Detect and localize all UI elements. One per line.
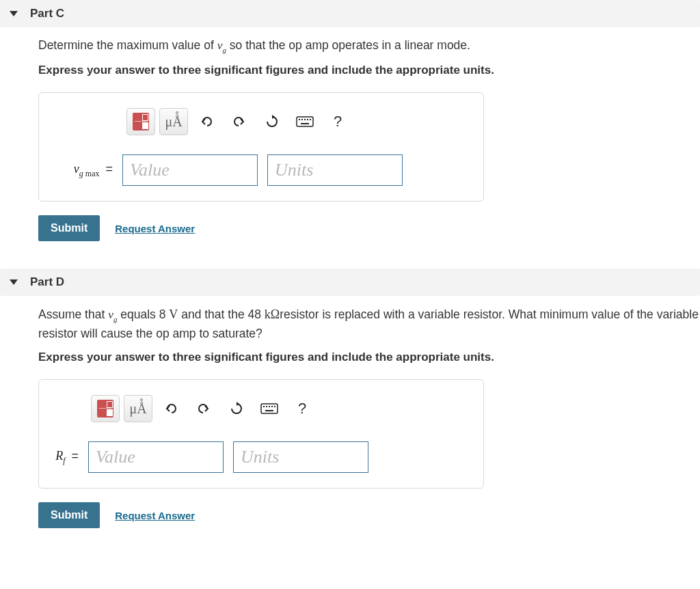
svg-rect-8	[263, 406, 265, 407]
redo-button[interactable]	[225, 108, 254, 135]
units-input[interactable]: Units	[267, 154, 403, 186]
keyboard-button[interactable]	[291, 108, 319, 135]
part-c-answer-box: μÅ ? vg max =	[38, 92, 484, 202]
svg-rect-5	[310, 119, 311, 120]
part-d-instruction: Express your answer to three significant…	[38, 351, 700, 364]
reset-button[interactable]	[258, 108, 286, 135]
units-placeholder: Units	[241, 447, 279, 467]
part-c-title: Part C	[30, 7, 64, 20]
help-button[interactable]: ?	[323, 108, 352, 135]
units-format-button[interactable]: μÅ	[124, 395, 152, 422]
part-c-actions: Submit Request Answer	[38, 215, 700, 241]
svg-rect-3	[304, 119, 306, 120]
unit-kohm: kΩ	[265, 307, 280, 321]
undo-icon	[200, 115, 213, 128]
reset-icon	[265, 115, 279, 128]
caret-down-icon	[10, 11, 18, 16]
submit-button[interactable]: Submit	[38, 215, 100, 241]
part-d-question: Assume that vg equals 8 V and that the 4…	[38, 305, 700, 342]
units-icon: μÅ	[163, 113, 185, 131]
part-d-body: Assume that vg equals 8 V and that the 4…	[0, 305, 700, 528]
reset-icon	[230, 402, 243, 415]
variable-label: Rf =	[51, 449, 79, 466]
part-d-actions: Submit Request Answer	[38, 502, 700, 528]
value-input[interactable]: Value	[122, 154, 258, 186]
text: Assume that	[38, 307, 108, 321]
units-format-button[interactable]: μÅ	[159, 108, 188, 135]
reset-button[interactable]	[222, 395, 251, 422]
help-button[interactable]: ?	[288, 395, 317, 422]
request-answer-link[interactable]: Request Answer	[115, 510, 195, 521]
part-c-header[interactable]: Part C	[0, 0, 700, 27]
svg-rect-2	[301, 119, 303, 120]
answer-row: vg max = Value Units	[51, 154, 471, 186]
svg-rect-10	[269, 406, 270, 407]
text: Determine the maximum value of	[38, 38, 217, 52]
fraction-icon	[97, 400, 113, 417]
toolbar: μÅ ?	[126, 108, 471, 135]
keyboard-icon	[296, 116, 314, 127]
part-d-header[interactable]: Part D	[0, 269, 700, 296]
caret-down-icon	[10, 279, 18, 285]
svg-rect-12	[274, 406, 275, 407]
value-placeholder: Value	[96, 447, 135, 467]
variable-label: vg max =	[51, 162, 113, 179]
fraction-template-button[interactable]	[91, 395, 120, 422]
fraction-template-button[interactable]	[126, 108, 155, 135]
part-c-question: Determine the maximum value of vg so tha…	[38, 37, 700, 55]
submit-button[interactable]: Submit	[38, 502, 100, 528]
units-icon: μÅ	[127, 400, 149, 417]
svg-rect-7	[261, 404, 278, 413]
units-input[interactable]: Units	[233, 441, 368, 473]
request-answer-link[interactable]: Request Answer	[115, 223, 195, 234]
svg-rect-0	[297, 117, 313, 126]
keyboard-icon	[260, 403, 278, 414]
redo-icon	[197, 402, 211, 415]
text: equals 8	[117, 307, 169, 321]
svg-rect-11	[271, 406, 273, 407]
unit-volt: V	[169, 307, 178, 321]
toolbar: μÅ ?	[91, 395, 471, 422]
fraction-icon	[133, 113, 149, 131]
part-d-answer-box: μÅ ? Rf =	[38, 379, 484, 489]
keyboard-button[interactable]	[255, 395, 284, 422]
svg-rect-1	[299, 119, 300, 120]
variable-v: v	[108, 307, 113, 321]
text: and that the 48	[178, 307, 265, 321]
undo-icon	[164, 402, 178, 415]
text: so that the op amp operates in a linear …	[226, 38, 470, 52]
undo-button[interactable]	[157, 395, 185, 422]
undo-button[interactable]	[192, 108, 221, 135]
redo-button[interactable]	[189, 395, 218, 422]
value-placeholder: Value	[130, 160, 170, 180]
svg-rect-9	[266, 406, 267, 407]
answer-row: Rf = Value Units	[51, 441, 471, 473]
units-placeholder: Units	[275, 160, 313, 180]
value-input[interactable]: Value	[88, 441, 224, 473]
redo-icon	[232, 115, 246, 128]
svg-rect-13	[265, 410, 273, 411]
help-icon: ?	[334, 113, 342, 131]
part-c-body: Determine the maximum value of vg so tha…	[0, 37, 700, 241]
part-d-title: Part D	[30, 275, 64, 289]
svg-rect-6	[301, 123, 309, 124]
svg-rect-4	[307, 119, 308, 120]
part-c-instruction: Express your answer to three significant…	[38, 64, 700, 77]
help-icon: ?	[298, 400, 306, 417]
